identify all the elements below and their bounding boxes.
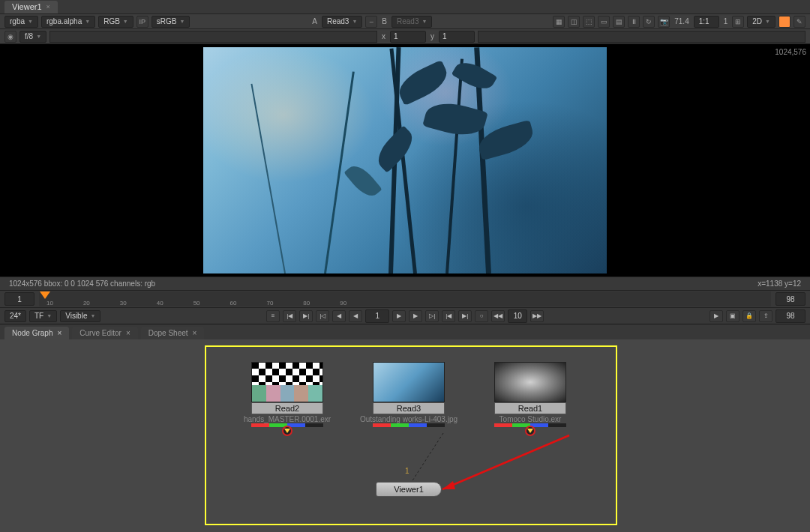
wipe-button[interactable]: – [365, 16, 377, 28]
lock-icon[interactable]: ◉ [4, 31, 16, 43]
overlay-settings-button[interactable]: ⊞ [732, 16, 744, 28]
status-left: 1024x576 bbox: 0 0 1024 576 channels: rg… [9, 279, 155, 288]
render-button[interactable]: ▶ [710, 310, 723, 322]
resolution-label: 1024,576 [775, 48, 806, 56]
chevron-down-icon: ▼ [28, 19, 33, 24]
flipbook-button[interactable]: ▣ [726, 310, 740, 322]
burger-icon[interactable]: ≡ [266, 310, 280, 322]
frame-end-field[interactable]: 98 [776, 292, 806, 306]
chevron-down-icon: ▼ [352, 19, 357, 24]
b-source-dropdown[interactable]: Read3▼ [392, 16, 432, 28]
chevron-down-icon: ▼ [36, 34, 41, 39]
gain-x-field[interactable]: 1 [390, 31, 426, 43]
playhead-marker[interactable] [40, 291, 50, 299]
play-back-button[interactable]: ◀ [349, 310, 362, 322]
chevron-down-icon: ▼ [46, 313, 52, 318]
gamma-y-field[interactable]: 1 [439, 31, 475, 43]
export-icon[interactable]: ⇪ [759, 310, 772, 322]
gamma-slider[interactable] [478, 31, 806, 43]
node-read2[interactable]: Read2 hands_MASTER.0001.exr [250, 362, 325, 436]
tab-label: Viewer1 [12, 2, 42, 11]
loop-mode-button[interactable]: ○ [475, 310, 488, 322]
node-read1[interactable]: Read1 Tomoco Studio.exr [493, 362, 568, 436]
clip-button[interactable]: ▦ [553, 16, 565, 28]
skip-back-button[interactable]: |◀ [442, 310, 455, 322]
timeline-track[interactable]: 10 20 30 40 50 60 70 80 90 [39, 291, 771, 306]
ratio-dropdown[interactable]: 1:1 [694, 16, 719, 28]
pause-icon[interactable]: ⏸ [628, 16, 640, 28]
tf-dropdown[interactable]: TF▼ [29, 310, 57, 322]
node-read3[interactable]: Read3 Outstanding works-Li-403.jpg [371, 362, 446, 427]
node-output-port[interactable] [282, 426, 292, 436]
tab-dope-sheet[interactable]: Dope Sheet× [141, 327, 205, 339]
tab-curve-editor[interactable]: Curve Editor× [72, 327, 137, 339]
close-icon[interactable]: × [46, 3, 50, 10]
node-viewer1[interactable]: Viewer1 [376, 482, 442, 497]
node-thumbnail [494, 362, 566, 402]
last-frame-button[interactable]: ▶| [299, 310, 313, 322]
chevron-down-icon: ▼ [765, 19, 770, 24]
status-coords: x=1138 y=12 [758, 279, 801, 288]
proxy-button[interactable]: ⬚ [583, 16, 595, 28]
play-forward-button[interactable]: ▶ [392, 310, 406, 322]
skip-forward-button[interactable]: ▶| [458, 310, 472, 322]
close-icon[interactable]: × [57, 329, 62, 337]
connection-index: 1 [405, 467, 410, 475]
prev-keyframe-button[interactable]: |◁ [316, 310, 329, 322]
step-forward-button[interactable]: ▶ [409, 310, 422, 322]
overscan-button[interactable]: ▭ [598, 16, 610, 28]
colorspace-dropdown[interactable]: RGB▼ [98, 16, 134, 28]
lut-dropdown[interactable]: sRGB▼ [152, 16, 190, 28]
viewer-area[interactable]: 1024,576 [0, 44, 810, 276]
loop-forward-button[interactable]: ▶▶ [530, 310, 544, 322]
end-frame-display[interactable]: 98 [776, 309, 806, 323]
a-source-dropdown[interactable]: Read3▼ [322, 16, 362, 28]
viewer-toolbar-1: rgba▼ rgba.alpha▼ RGB▼ IP sRGB▼ A Read3▼… [0, 14, 810, 29]
viewer-tabbar: Viewer1 × [0, 0, 810, 14]
record-button[interactable] [778, 16, 790, 28]
capture-icon[interactable]: 📷 [658, 16, 670, 28]
node-label: Read2 [251, 402, 323, 414]
step-back-button[interactable]: ◀ [332, 310, 346, 322]
ip-button[interactable]: IP [136, 16, 148, 28]
fstop-dropdown[interactable]: f/8▼ [20, 31, 46, 43]
refresh-icon[interactable]: ↻ [643, 16, 655, 28]
chevron-down-icon: ▼ [90, 313, 95, 318]
channel-dropdown[interactable]: rgba▼ [4, 16, 38, 28]
tab-viewer1[interactable]: Viewer1 × [4, 1, 58, 13]
tab-node-graph[interactable]: Node Graph× [4, 327, 69, 339]
gain-slider[interactable] [50, 31, 377, 43]
current-frame-field[interactable]: 1 [365, 309, 389, 323]
fps-dropdown[interactable]: 24* [4, 310, 26, 322]
zoom-value: 71.4 [673, 17, 690, 25]
first-frame-button[interactable]: |◀ [283, 310, 296, 322]
lock-timeline-icon[interactable]: 🔒 [742, 310, 756, 322]
node-output-port[interactable] [525, 426, 536, 436]
eyedropper-icon[interactable]: ✎ [794, 16, 806, 28]
node-graph-area[interactable]: Read2 hands_MASTER.0001.exr Read3 Outsta… [0, 339, 810, 532]
node-channelbar [373, 423, 445, 427]
playback-bar: 24* TF▼ Visible▼ ≡ |◀ ▶| |◁ ◀ ◀ 1 ▶ ▶ ▷|… [0, 308, 810, 324]
loop-count-field[interactable]: 10 [508, 309, 527, 323]
b-label: B [380, 17, 388, 25]
timeline-bar: 1 10 20 30 40 50 60 70 80 90 98 [0, 290, 810, 308]
panel-tabbar: Node Graph× Curve Editor× Dope Sheet× [0, 324, 810, 339]
chevron-down-icon: ▼ [422, 19, 427, 24]
node-filename: hands_MASTER.0001.exr [244, 415, 331, 423]
roi-button[interactable]: ◫ [568, 16, 580, 28]
viewer-toolbar-2: ◉ f/8▼ x 1 y 1 [0, 29, 810, 44]
close-icon[interactable]: × [193, 329, 197, 337]
viewer-canvas [203, 47, 607, 273]
visibility-dropdown[interactable]: Visible▼ [60, 310, 100, 322]
mask-button[interactable]: ▤ [613, 16, 625, 28]
next-keyframe-button[interactable]: ▷| [425, 310, 439, 322]
frame-start-field[interactable]: 1 [4, 292, 34, 306]
loop-back-button[interactable]: ◀◀ [491, 310, 505, 322]
node-label: Read1 [494, 402, 566, 414]
view-mode-dropdown[interactable]: 2D▼ [747, 16, 776, 28]
node-filename: Tomoco Studio.exr [500, 415, 562, 423]
alpha-dropdown[interactable]: rgba.alpha▼ [41, 16, 95, 28]
close-icon[interactable]: × [126, 329, 130, 337]
viewer-status-bar: 1024x576 bbox: 0 0 1024 576 channels: rg… [0, 276, 810, 290]
chevron-down-icon: ▼ [85, 19, 90, 24]
